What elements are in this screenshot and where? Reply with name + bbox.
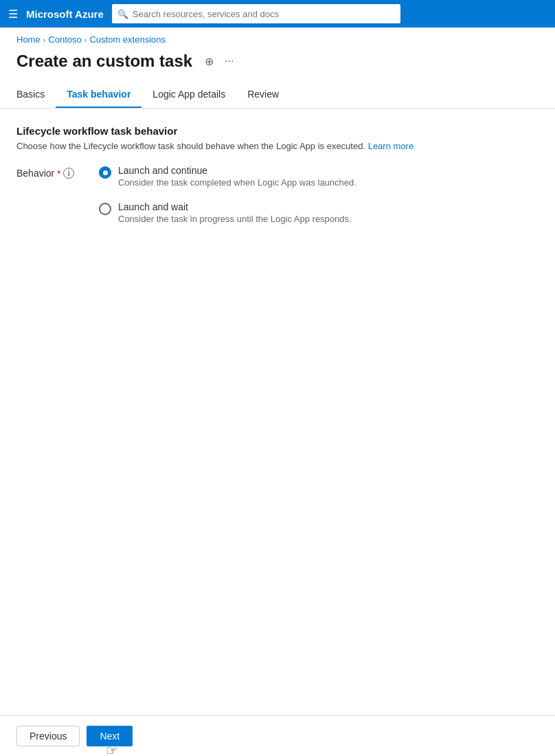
breadcrumb-contoso[interactable]: Contoso <box>48 34 81 45</box>
breadcrumb-home[interactable]: Home <box>16 34 41 45</box>
topbar: ☰ Microsoft Azure 🔍 <box>0 0 555 27</box>
behavior-row: Behavior * i Launch and continue Conside… <box>16 165 539 224</box>
behavior-label: Behavior * i <box>16 165 99 179</box>
section-desc-text: Choose how the Lifecycle workflow task s… <box>16 141 365 151</box>
breadcrumb: Home › Contoso › Custom extensions <box>0 27 555 47</box>
hamburger-menu[interactable]: ☰ <box>8 8 18 21</box>
radio-launch-continue-desc: Consider the task completed when Logic A… <box>118 177 356 188</box>
section-description: Choose how the Lifecycle workflow task s… <box>16 141 539 151</box>
breadcrumb-sep-2: › <box>84 36 87 44</box>
previous-button[interactable]: Previous <box>16 726 80 746</box>
more-options-button[interactable]: ··· <box>222 54 236 69</box>
radio-launch-wait-title: Launch and wait <box>118 201 352 212</box>
app-title: Microsoft Azure <box>26 8 104 20</box>
radio-launch-wait-desc: Consider the task in progress until the … <box>118 214 352 224</box>
behavior-label-text: Behavior <box>16 168 54 179</box>
radio-launch-continue-indicator <box>99 166 111 179</box>
radio-launch-continue-title: Launch and continue <box>118 165 356 176</box>
page-header: Create an custom task ⊕ ··· <box>0 47 555 82</box>
header-icons: ⊕ ··· <box>202 54 236 69</box>
next-button[interactable]: Next <box>87 726 133 746</box>
radio-option-launch-wait[interactable]: Launch and wait Consider the task in pro… <box>99 201 356 224</box>
info-icon[interactable]: i <box>63 168 74 179</box>
main-content: Lifecycle workflow task behavior Choose … <box>0 109 555 715</box>
radio-launch-wait-text: Launch and wait Consider the task in pro… <box>118 201 352 224</box>
tabs: Basics Task behavior Logic App details R… <box>0 82 555 109</box>
radio-launch-continue-text: Launch and continue Consider the task co… <box>118 165 356 188</box>
next-button-wrapper: Next ☞ <box>87 726 133 746</box>
bottom-bar: Previous Next ☞ <box>0 715 555 756</box>
tab-task-behavior[interactable]: Task behavior <box>56 82 141 108</box>
page-title: Create an custom task <box>16 52 192 71</box>
radio-option-launch-continue[interactable]: Launch and continue Consider the task co… <box>99 165 356 188</box>
tab-review[interactable]: Review <box>236 82 290 108</box>
section-title: Lifecycle workflow task behavior <box>16 125 539 137</box>
breadcrumb-current: Custom extensions <box>89 34 166 45</box>
search-icon: 🔍 <box>117 9 128 19</box>
search-input[interactable] <box>133 9 395 19</box>
learn-more-link[interactable]: Learn more <box>368 141 414 151</box>
breadcrumb-sep-1: › <box>43 36 46 44</box>
search-bar[interactable]: 🔍 <box>112 4 400 23</box>
radio-options: Launch and continue Consider the task co… <box>99 165 356 224</box>
pin-button[interactable]: ⊕ <box>202 54 216 69</box>
tab-basics[interactable]: Basics <box>16 82 56 108</box>
required-star: * <box>57 168 60 179</box>
tab-logic-app-details[interactable]: Logic App details <box>141 82 236 108</box>
radio-launch-wait-indicator <box>99 203 111 215</box>
radio-inner-dot <box>103 170 108 175</box>
